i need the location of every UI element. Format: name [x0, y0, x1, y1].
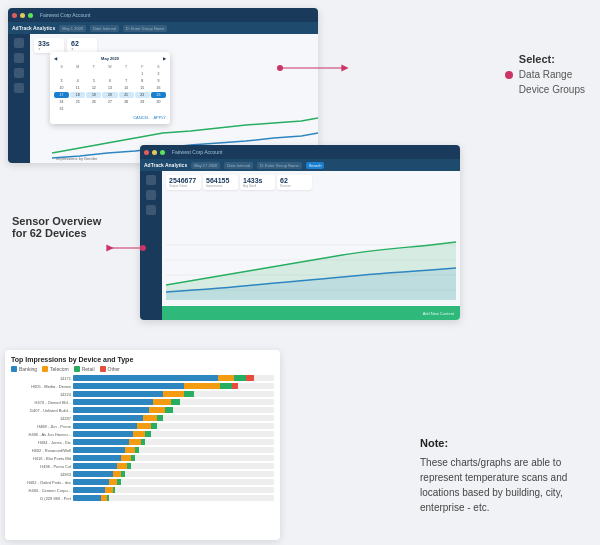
bar-segment-13-1: [109, 479, 117, 485]
mid-chart: [166, 230, 456, 300]
mid-sidebar: [140, 171, 162, 320]
cal-cell-20[interactable]: 20: [102, 92, 117, 98]
bar-segment-5-2: [157, 415, 163, 421]
cal-cell-1[interactable]: 1: [135, 71, 150, 77]
cal-day-t1: T: [86, 64, 101, 70]
bottom-chart-title: Top Impressions by Device and Type: [11, 356, 274, 363]
cal-cell-14[interactable]: 14: [119, 85, 134, 91]
cal-cell-4[interactable]: 4: [70, 78, 85, 84]
mid-stat-2-val: 564155: [206, 177, 235, 184]
cal-cell-3[interactable]: 3: [54, 78, 69, 84]
bar-segment-7-0: [73, 431, 133, 437]
window-max-dot: [28, 13, 33, 18]
top-sidebar: [8, 34, 30, 163]
cal-cell-25[interactable]: 25: [70, 99, 85, 105]
cal-cell-8[interactable]: 8: [135, 78, 150, 84]
bar-label-13: H402 - Oakrd Pods - dvc: [11, 480, 71, 485]
bar-segment-1-3: [232, 383, 238, 389]
cal-cell-19[interactable]: 19: [86, 92, 101, 98]
cal-cell-13[interactable]: 13: [102, 85, 117, 91]
mid-search-btn[interactable]: Search: [306, 162, 325, 169]
cal-cell-empty4[interactable]: [102, 71, 117, 77]
top-screenshot-panel: Fairwest Corp Account AdTrack Analytics …: [8, 8, 318, 163]
cal-cell-29[interactable]: 29: [135, 99, 150, 105]
bar-segment-8-0: [73, 439, 129, 445]
bar-track-12: [73, 471, 274, 477]
bar-row-14: H404 - Centom Corpu...: [11, 487, 274, 493]
cal-cell-7[interactable]: 7: [119, 78, 134, 84]
top-stat-1-val: 33s: [38, 40, 60, 47]
select-dot: [505, 71, 513, 79]
bar-segment-4-2: [165, 407, 173, 413]
sensor-line2: for 62 Devices: [12, 227, 101, 239]
cal-day-m: M: [70, 64, 85, 70]
bar-segment-0-2: [234, 375, 246, 381]
bar-label-4: G407 - Unlisted Build...: [11, 408, 71, 413]
legend-banking: Banking: [11, 366, 37, 372]
cal-cell-26[interactable]: 26: [86, 99, 101, 105]
cal-cell-empty3[interactable]: [86, 71, 101, 77]
mid-stat-2-label: Impressions: [206, 184, 235, 188]
bar-label-12: 14963: [11, 472, 71, 477]
cal-cell-16[interactable]: 16: [151, 85, 166, 91]
bar-segment-13-0: [73, 479, 109, 485]
cal-cell-2[interactable]: 2: [151, 71, 166, 77]
bar-segment-11-0: [73, 463, 117, 469]
cal-cell-10[interactable]: 10: [54, 85, 69, 91]
cal-cell-5[interactable]: 5: [86, 78, 101, 84]
bar-row-2: 14224: [11, 391, 274, 397]
cal-cell-17[interactable]: 17: [54, 92, 69, 98]
cal-cell-22[interactable]: 22: [135, 92, 150, 98]
cal-cell-6[interactable]: 6: [102, 78, 117, 84]
cal-cell-empty2[interactable]: [70, 71, 85, 77]
bar-segment-6-0: [73, 423, 137, 429]
bar-segment-11-2: [127, 463, 131, 469]
cal-cell-12[interactable]: 12: [86, 85, 101, 91]
bar-row-12: 14963: [11, 471, 274, 477]
cal-cell-23[interactable]: 23: [151, 92, 166, 98]
bar-track-3: [73, 399, 274, 405]
legend-telecom-label: Telecom: [50, 366, 69, 372]
cal-cell-30[interactable]: 30: [151, 99, 166, 105]
bar-row-10: H416 - Blui Poets Bld: [11, 455, 274, 461]
cal-day-f: F: [135, 64, 150, 70]
bar-segment-14-1: [105, 487, 113, 493]
bar-segment-9-0: [73, 447, 125, 453]
bar-segment-10-1: [121, 455, 131, 461]
cal-cell-9[interactable]: 9: [151, 78, 166, 84]
bar-track-6: [73, 423, 274, 429]
cal-cell-31[interactable]: 31: [54, 106, 69, 112]
cal-cancel-btn[interactable]: CANCEL: [133, 115, 149, 120]
cal-cell-11[interactable]: 11: [70, 85, 85, 91]
mid-bottom-text[interactable]: Add New Content: [423, 311, 454, 316]
sidebar-icon-2: [14, 53, 24, 63]
cal-cell-empty5[interactable]: [119, 71, 134, 77]
cal-cell-18[interactable]: 18: [70, 92, 85, 98]
cal-apply-btn[interactable]: APPLY: [153, 115, 166, 120]
cal-cell-28[interactable]: 28: [119, 99, 134, 105]
mid-bottom-bar: Add New Content: [162, 306, 460, 320]
mid-max-dot: [160, 150, 165, 155]
top-chart-label: Impressions by Gender: [56, 156, 97, 161]
bar-track-13: [73, 479, 274, 485]
cal-header: ◀ May 2020 ▶: [54, 56, 166, 61]
bar-segment-1-1: [184, 383, 220, 389]
bar-segment-3-0: [73, 399, 153, 405]
cal-cell-15[interactable]: 15: [135, 85, 150, 91]
bar-segment-5-1: [143, 415, 157, 421]
bar-segment-1-2: [220, 383, 232, 389]
bar-segment-12-0: [73, 471, 113, 477]
cal-cell-24[interactable]: 24: [54, 99, 69, 105]
cal-cell-empty1[interactable]: [54, 71, 69, 77]
cal-next-btn[interactable]: ▶: [163, 56, 166, 61]
cal-cell-27[interactable]: 27: [102, 99, 117, 105]
select-text: Select: Data Range Device Groups: [519, 52, 585, 97]
cal-prev-btn[interactable]: ◀: [54, 56, 57, 61]
bar-segment-10-2: [131, 455, 135, 461]
legend-telecom-dot: [42, 366, 48, 372]
bar-track-1: [73, 383, 274, 389]
mid-stat-4-val: 62: [280, 177, 309, 184]
mid-min-dot: [152, 150, 157, 155]
bar-segment-3-2: [171, 399, 179, 405]
cal-cell-21[interactable]: 21: [119, 92, 134, 98]
